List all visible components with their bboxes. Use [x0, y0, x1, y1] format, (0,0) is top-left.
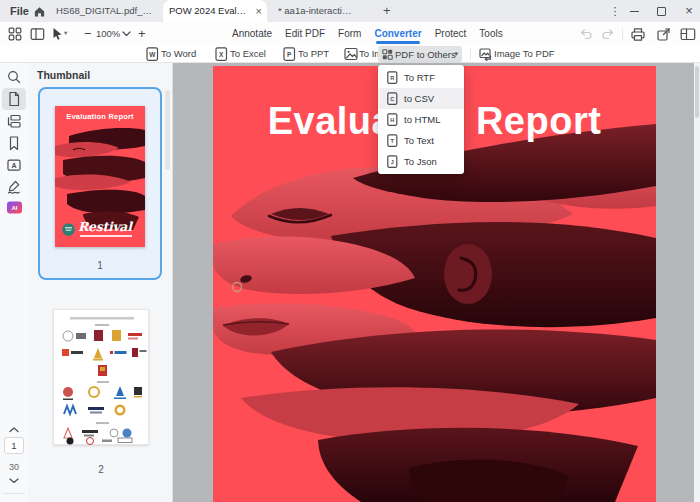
menu-protect[interactable]: Protect [435, 28, 467, 39]
tab-label: HS68_DIGITAL.pdf_Copy [56, 5, 160, 16]
power-to-change-badge-icon [62, 223, 75, 236]
pdf-to-others-caret-icon: ▾ [454, 46, 458, 62]
new-tab-button[interactable]: + [383, 0, 391, 22]
sponsor-logos-art [54, 310, 150, 446]
divider [3, 493, 25, 494]
cover-tagline-line [80, 235, 132, 237]
svg-text:J: J [391, 159, 394, 165]
dropdown-item-label: to CSV [404, 93, 434, 104]
select-cursor-icon[interactable] [52, 27, 64, 41]
search-icon[interactable] [6, 69, 22, 85]
tab-label: * aa1a-interactive-clai... [278, 5, 362, 16]
dropdown-item-label: To RTF [404, 72, 435, 83]
page-thumbnail-1-selected[interactable]: Evaluation Report Restival 1 [38, 87, 162, 280]
window-menu-icon[interactable]: ⋮ [607, 0, 623, 22]
window-close-icon[interactable]: × [681, 0, 697, 22]
active-menu-underline [376, 41, 419, 44]
svg-text:R: R [390, 75, 394, 81]
page-thumbnail-icon[interactable] [6, 91, 22, 107]
thumbnail-panel-title: Thumbnail [37, 69, 90, 81]
zoom-level[interactable]: 100% [96, 22, 120, 45]
side-panel-icon[interactable] [30, 27, 45, 41]
layout-icon[interactable] [680, 27, 696, 41]
grid-view-icon[interactable] [8, 27, 22, 41]
outline-tree-icon[interactable] [6, 113, 22, 129]
pdf-to-others-button[interactable]: PDF to Others ▾ [378, 46, 462, 62]
share-export-icon[interactable] [656, 27, 671, 42]
svg-text:W: W [149, 51, 156, 58]
svg-text:A: A [11, 162, 16, 169]
ai-assistant-icon[interactable]: AI [6, 200, 23, 215]
cover-brand: Restival [78, 219, 132, 234]
dropdown-item-label: To Text [404, 135, 434, 146]
excel-doc-icon[interactable]: X [215, 47, 228, 61]
menu-edit-pdf[interactable]: Edit PDF [285, 28, 325, 39]
zoom-dropdown-chevron-icon[interactable] [122, 31, 131, 37]
cursor-caret-icon[interactable]: ▾ [64, 29, 67, 37]
thumbnail-scrollbar-thumb[interactable] [165, 90, 170, 170]
redo-icon[interactable] [601, 27, 616, 40]
ppt-doc-icon[interactable]: P [283, 47, 296, 61]
main-menu: Annotate Edit PDF Form Converter Protect… [232, 22, 503, 45]
svg-text:C: C [390, 96, 394, 102]
page-number-label: 2 [53, 464, 149, 475]
zoom-in-button[interactable]: + [138, 22, 146, 45]
menubar: ▾ − 100% + Annotate Edit PDF Form Conver… [0, 22, 700, 45]
menu-tools[interactable]: Tools [479, 28, 502, 39]
menu-converter-active[interactable]: Converter [374, 28, 421, 39]
tab-label: POW 2024 Evaluation R... [169, 5, 267, 16]
converter-toolbar: W To Word X To Excel P To PPT To Image P… [0, 45, 700, 63]
bookmark-icon[interactable] [6, 135, 22, 151]
svg-text:X: X [219, 51, 224, 58]
page-number-label: 1 [40, 260, 160, 271]
svg-text:T: T [391, 138, 395, 144]
pdf-to-others-label: PDF to Others [395, 46, 456, 63]
dropdown-item-to-csv-highlighted[interactable]: C to CSV [378, 88, 464, 109]
pdf-editor-window: File HS68_DIGITAL.pdf_Copy POW 2024 Eval… [0, 0, 700, 502]
signature-icon[interactable] [6, 179, 22, 195]
document-tab-2-active[interactable]: POW 2024 Evaluation R... × [163, 0, 267, 22]
cover-title: Evaluation Report [55, 112, 145, 121]
thumbnail-panel: Thumbnail Evaluation Report [28, 63, 173, 502]
print-icon[interactable] [630, 27, 646, 42]
home-icon[interactable] [33, 4, 46, 22]
toolbar-divider [470, 48, 471, 60]
document-tab-3[interactable]: * aa1a-interactive-clai... [272, 0, 362, 22]
to-word-button[interactable]: To Word [161, 45, 196, 62]
total-pages-label: 30 [0, 462, 28, 472]
dropdown-item-to-json[interactable]: J To Json [378, 151, 464, 172]
to-ppt-button[interactable]: To PPT [298, 45, 329, 62]
document-tab-1[interactable]: HS68_DIGITAL.pdf_Copy [50, 0, 160, 22]
word-doc-icon[interactable]: W [146, 47, 159, 61]
current-page-input[interactable]: 1 [4, 437, 24, 454]
image-doc-icon[interactable] [344, 47, 358, 61]
titlebar: File HS68_DIGITAL.pdf_Copy POW 2024 Eval… [0, 0, 700, 22]
page-up-chevron-icon[interactable] [9, 427, 19, 433]
content-area: A AI 1 30 Thumbnail [0, 63, 700, 502]
maximize-icon[interactable] [657, 7, 666, 16]
menu-annotate[interactable]: Annotate [232, 28, 272, 39]
page-down-chevron-icon[interactable] [9, 478, 19, 484]
page-thumbnail-2[interactable] [53, 309, 149, 445]
vertical-scrollbar-thumb[interactable] [695, 66, 699, 118]
toolbar-divider [622, 28, 623, 40]
cover-thumbnail-image: Evaluation Report Restival [55, 106, 145, 247]
minimize-icon[interactable] [630, 11, 639, 13]
zoom-out-button[interactable]: − [84, 22, 92, 45]
svg-text:H: H [390, 117, 394, 123]
vertical-scrollbar[interactable] [694, 63, 700, 502]
pdf-to-others-grid-icon [382, 49, 393, 60]
undo-icon[interactable] [578, 27, 593, 40]
dropdown-item-to-rtf[interactable]: R To RTF [378, 67, 464, 88]
tab-close-icon[interactable]: × [256, 0, 262, 22]
dropdown-item-to-html[interactable]: H to HTML [378, 109, 464, 130]
image-to-pdf-icon[interactable] [479, 47, 493, 61]
file-menu[interactable]: File [10, 0, 29, 22]
menu-form[interactable]: Form [338, 28, 361, 39]
pdf-to-others-dropdown: R To RTF C to CSV H to HTML T To Text J … [378, 65, 464, 174]
dropdown-item-to-text[interactable]: T To Text [378, 130, 464, 151]
form-field-icon[interactable]: A [6, 157, 22, 173]
dropdown-item-label: to HTML [404, 114, 440, 125]
to-excel-button[interactable]: To Excel [230, 45, 266, 62]
image-to-pdf-button[interactable]: Image To PDF [494, 45, 555, 62]
